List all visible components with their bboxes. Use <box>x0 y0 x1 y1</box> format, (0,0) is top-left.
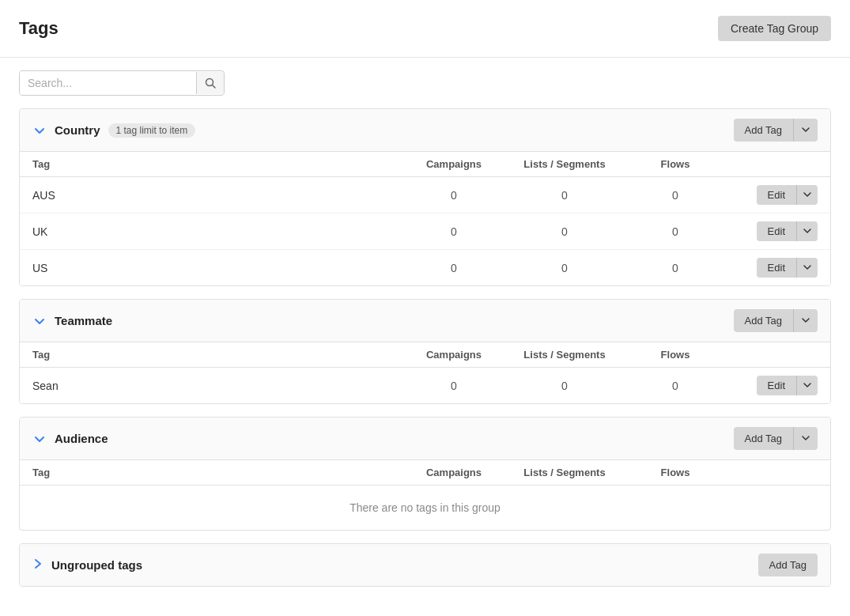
col-header-teammate-0: Tag <box>32 349 406 361</box>
row-dropdown-country-0[interactable] <box>797 185 818 205</box>
col-header-teammate-2: Lists / Segments <box>501 349 628 361</box>
empty-message-audience: There are no tags in this group <box>20 486 830 530</box>
cell-actions-teammate-0: Edit <box>723 376 818 395</box>
cell-tag-country-0: AUS <box>32 189 406 202</box>
cell-campaigns-country-2: 0 <box>406 262 501 274</box>
cell-lists-country-1: 0 <box>501 225 628 238</box>
edit-button-country-0[interactable]: Edit <box>757 185 797 205</box>
add-tag-button-audience[interactable]: Add Tag <box>734 427 794 450</box>
group-header-teammate: TeammateAdd Tag <box>20 300 830 342</box>
cell-campaigns-country-1: 0 <box>406 225 501 238</box>
cell-actions-country-1: Edit <box>723 221 818 241</box>
table-row-country-2: US000Edit <box>20 250 830 285</box>
col-header-country-2: Lists / Segments <box>501 158 628 170</box>
table-country: TagCampaignsLists / SegmentsFlowsAUS000E… <box>20 152 830 285</box>
chevron-down-icon <box>803 263 811 271</box>
chevron-down-icon <box>803 191 811 198</box>
search-icon <box>205 77 216 89</box>
cell-lists-country-2: 0 <box>501 262 628 274</box>
edit-button-country-1[interactable]: Edit <box>757 221 797 241</box>
col-header-audience-1: Campaigns <box>406 467 501 478</box>
cell-flows-country-2: 0 <box>628 262 723 274</box>
group-card-teammate: TeammateAdd TagTagCampaignsLists / Segme… <box>19 299 831 404</box>
edit-button-country-2[interactable]: Edit <box>757 258 797 278</box>
cell-tag-teammate-0: Sean <box>32 380 406 392</box>
row-dropdown-country-1[interactable] <box>797 221 818 241</box>
group-name-teammate: Teammate <box>55 314 112 327</box>
cell-flows-country-0: 0 <box>628 189 723 202</box>
add-tag-dropdown-audience[interactable] <box>794 427 818 450</box>
row-dropdown-teammate-0[interactable] <box>797 376 818 395</box>
group-card-audience: AudienceAdd TagTagCampaignsLists / Segme… <box>19 417 831 531</box>
group-name-country: Country <box>55 123 100 137</box>
row-dropdown-country-2[interactable] <box>797 258 818 278</box>
search-button[interactable] <box>196 72 224 94</box>
cell-campaigns-teammate-0: 0 <box>406 380 501 392</box>
table-row-teammate-0: Sean000Edit <box>20 368 830 403</box>
col-header-actions-audience <box>723 467 818 478</box>
cell-flows-teammate-0: 0 <box>628 380 723 392</box>
cell-actions-country-0: Edit <box>723 185 818 205</box>
cell-tag-country-2: US <box>32 262 406 274</box>
table-audience: TagCampaignsLists / SegmentsFlowsThere a… <box>20 460 830 530</box>
group-header-country: Country1 tag limit to itemAdd Tag <box>20 109 830 152</box>
table-header-audience: TagCampaignsLists / SegmentsFlows <box>20 460 830 486</box>
cell-lists-teammate-0: 0 <box>501 380 628 392</box>
group-header-audience: AudienceAdd Tag <box>20 418 830 460</box>
table-header-teammate: TagCampaignsLists / SegmentsFlows <box>20 342 830 368</box>
ungrouped-name: Ungrouped tags <box>51 558 142 572</box>
add-tag-dropdown-teammate[interactable] <box>794 309 818 332</box>
table-teammate: TagCampaignsLists / SegmentsFlowsSean000… <box>20 342 830 403</box>
collapse-icon-country[interactable] <box>32 123 47 138</box>
group-card-country: Country1 tag limit to itemAdd TagTagCamp… <box>19 108 831 286</box>
chevron-down-icon <box>803 227 811 235</box>
table-header-country: TagCampaignsLists / SegmentsFlows <box>20 152 830 177</box>
cell-actions-country-2: Edit <box>723 258 818 278</box>
col-header-country-0: Tag <box>32 158 406 170</box>
ungrouped-card: Ungrouped tagsAdd Tag <box>19 543 831 587</box>
cell-campaigns-country-0: 0 <box>406 189 501 202</box>
page-title: Tags <box>19 18 59 39</box>
col-header-audience-0: Tag <box>32 467 406 478</box>
chevron-down-icon <box>802 316 810 324</box>
col-header-country-3: Flows <box>628 158 723 170</box>
chevron-down-icon <box>803 381 811 389</box>
add-tag-button-country[interactable]: Add Tag <box>734 119 794 142</box>
edit-button-teammate-0[interactable]: Edit <box>757 376 797 395</box>
ungrouped-expand-icon[interactable] <box>32 558 43 572</box>
search-box <box>19 70 225 96</box>
col-header-audience-3: Flows <box>628 467 723 478</box>
collapse-icon-teammate[interactable] <box>32 314 47 328</box>
cell-tag-country-1: UK <box>32 225 406 238</box>
col-header-teammate-1: Campaigns <box>406 349 501 361</box>
table-row-country-0: AUS000Edit <box>20 177 830 214</box>
add-tag-dropdown-country[interactable] <box>794 119 818 142</box>
content-area: Country1 tag limit to itemAdd TagTagCamp… <box>0 108 850 616</box>
create-tag-group-button[interactable]: Create Tag Group <box>718 16 831 41</box>
cell-lists-country-0: 0 <box>501 189 628 202</box>
ungrouped-header: Ungrouped tagsAdd Tag <box>20 544 830 586</box>
page-header: Tags Create Tag Group <box>0 0 850 58</box>
search-input[interactable] <box>20 71 196 95</box>
cell-flows-country-1: 0 <box>628 225 723 238</box>
group-badge-country: 1 tag limit to item <box>108 123 196 138</box>
svg-line-1 <box>213 85 216 89</box>
col-header-teammate-3: Flows <box>628 349 723 361</box>
col-header-country-1: Campaigns <box>406 158 501 170</box>
chevron-down-icon <box>802 434 810 442</box>
chevron-down-icon <box>802 126 810 134</box>
col-header-audience-2: Lists / Segments <box>501 467 628 478</box>
table-row-country-1: UK000Edit <box>20 214 830 250</box>
collapse-icon-audience[interactable] <box>32 432 47 446</box>
ungrouped-add-tag-button[interactable]: Add Tag <box>758 554 818 576</box>
group-name-audience: Audience <box>55 432 108 445</box>
col-header-actions-country <box>723 158 818 170</box>
col-header-actions-teammate <box>723 349 818 361</box>
search-area <box>0 58 850 108</box>
add-tag-button-teammate[interactable]: Add Tag <box>734 309 794 332</box>
